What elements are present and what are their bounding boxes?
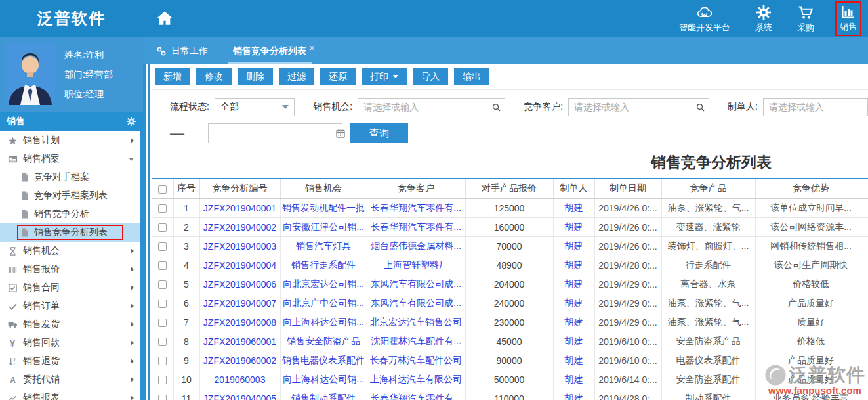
- topnav-item-dev-platform[interactable]: 智能开发平台: [675, 2, 734, 37]
- cell-analysis-no[interactable]: JZFX2019040001: [199, 198, 280, 217]
- sidebar-subitem-竞争对手档案[interactable]: 竞争对手档案: [0, 168, 140, 187]
- cell-opportunity[interactable]: 向上海科达公司销...: [280, 313, 367, 332]
- cell-competitor-customer[interactable]: 长春华翔汽车零件有...: [367, 198, 465, 217]
- yen-icon: ¥: [7, 338, 18, 348]
- topnav-item-system[interactable]: 系统: [751, 2, 776, 37]
- cell-analysis-no[interactable]: JZFX2019040002: [199, 217, 280, 236]
- cell-competitor-customer[interactable]: 长春华翔汽车零件有...: [367, 389, 465, 400]
- row-checkbox[interactable]: [158, 242, 167, 251]
- cell-creator[interactable]: 胡建: [553, 351, 594, 370]
- topnav-item-purchase[interactable]: 采购: [793, 2, 818, 37]
- select-all-checkbox[interactable]: [158, 185, 167, 194]
- calendar-icon[interactable]: [335, 128, 346, 139]
- close-icon[interactable]: ×: [309, 42, 315, 53]
- cell-analysis-no[interactable]: JZFX2019060002: [199, 351, 280, 370]
- home-icon[interactable]: [156, 10, 173, 27]
- process-state-select[interactable]: 全部: [215, 98, 295, 116]
- 打印-button[interactable]: 打印: [362, 68, 407, 85]
- cell-creator[interactable]: 胡建: [553, 370, 594, 389]
- row-checkbox[interactable]: [158, 319, 167, 327]
- cell-analysis-no[interactable]: JZFX2019040003: [199, 236, 280, 256]
- topnav-item-sales[interactable]: 销售: [835, 1, 861, 36]
- gear-icon[interactable]: [126, 116, 136, 127]
- row-checkbox[interactable]: [158, 204, 167, 213]
- row-checkbox[interactable]: [158, 223, 167, 232]
- 还原-button[interactable]: 还原: [320, 68, 356, 85]
- cell-creator[interactable]: 胡建: [553, 236, 594, 256]
- search-icon[interactable]: [692, 102, 709, 112]
- cell-analysis-no[interactable]: JZFX2019040006: [199, 275, 280, 294]
- cell-analysis-no[interactable]: JZFX2019040007: [199, 294, 280, 313]
- 导入-button[interactable]: 导入: [413, 68, 448, 85]
- cell-opportunity[interactable]: 销售行走系配件: [280, 256, 367, 275]
- cell-opportunity[interactable]: 销售安全防盗产品: [280, 332, 367, 351]
- cell-opportunity[interactable]: 向安徽江津公司销...: [280, 217, 367, 236]
- sidebar-subitem-销售竞争分析[interactable]: 销售竞争分析: [0, 205, 140, 223]
- tab-销售竞争分析列表[interactable]: 销售竞争分析列表×: [226, 45, 321, 64]
- sidebar-item-10[interactable]: 销售报表: [0, 389, 140, 400]
- query-button[interactable]: 查询: [350, 123, 408, 143]
- sidebar-item-4[interactable]: 销售合同: [0, 278, 140, 297]
- cell-opportunity[interactable]: 向北京宏达公司销...: [280, 275, 367, 294]
- row-checkbox[interactable]: [158, 395, 167, 400]
- cell-analysis-no[interactable]: JZFX2019060001: [199, 332, 280, 351]
- cell-competitor-customer[interactable]: 东风汽车有限公司成...: [367, 275, 465, 294]
- sidebar-item-6[interactable]: 销售发货: [0, 315, 140, 334]
- creator-label: 制单人:: [728, 101, 758, 113]
- sidebar-section-sales[interactable]: 销售: [0, 112, 143, 131]
- cell-opportunity[interactable]: 销售制动系配件: [280, 389, 367, 400]
- cell-competitor-customer[interactable]: 烟台盛伟德金属材料...: [367, 236, 465, 256]
- cell-analysis-no[interactable]: JZFX2019040005: [199, 389, 280, 400]
- cell-creator[interactable]: 胡建: [553, 217, 594, 236]
- cell-creator[interactable]: 胡建: [553, 256, 594, 275]
- search-icon[interactable]: [487, 102, 505, 112]
- row-checkbox[interactable]: [158, 300, 167, 308]
- sidebar-item-9[interactable]: A委托代销: [0, 370, 140, 389]
- sidebar-item-8[interactable]: 91销售退货: [0, 352, 140, 370]
- sidebar-item-1[interactable]: 销售档案: [0, 150, 140, 168]
- cell-opportunity[interactable]: 销售发动机配件一批: [280, 198, 367, 217]
- cell-creator[interactable]: 胡建: [553, 294, 594, 313]
- cell-opportunity[interactable]: 向北京广中公司销...: [280, 294, 367, 313]
- sidebar-subitem-竞争对手档案列表[interactable]: 竞争对手档案列表: [0, 187, 140, 205]
- cell-competitor-customer[interactable]: 沈阳霍林汽车配件有...: [367, 332, 465, 351]
- date-input[interactable]: [209, 124, 335, 143]
- cell-competitor-customer[interactable]: 上海科达汽车有限公司: [367, 370, 465, 389]
- cell-competitor-customer[interactable]: 长春华翔汽车零件有...: [367, 217, 465, 236]
- sales-opportunity-input[interactable]: [358, 99, 487, 116]
- 过滤-button[interactable]: 过滤: [279, 68, 314, 85]
- tab-日常工作[interactable]: 日常工作: [150, 45, 215, 64]
- cell-opportunity[interactable]: 销售电器仪表系配件: [280, 351, 367, 370]
- cell-competitor-customer[interactable]: 东风汽车有限公司成...: [367, 294, 465, 313]
- row-checkbox[interactable]: [158, 338, 167, 346]
- cell-analysis-no[interactable]: 2019060003: [199, 370, 280, 389]
- sidebar-item-3[interactable]: 销售报价: [0, 260, 140, 278]
- sidebar-subitem-销售竞争分析列表[interactable]: 销售竞争分析列表: [0, 223, 140, 242]
- 输出-button[interactable]: 输出: [454, 68, 489, 85]
- cell-opportunity[interactable]: 向上海科达公司销...: [280, 370, 367, 389]
- cell-analysis-no[interactable]: JZFX2019040004: [199, 256, 280, 275]
- sidebar-item-5[interactable]: 销售订单: [0, 297, 140, 315]
- 新增-button[interactable]: 新增: [155, 68, 190, 85]
- cell-competitor-customer[interactable]: 上海智轩塑料厂: [367, 256, 465, 275]
- cell-opportunity[interactable]: 销售汽车灯具: [280, 236, 367, 256]
- cell-creator[interactable]: 胡建: [553, 332, 594, 351]
- competitor-customer-input[interactable]: [569, 99, 692, 116]
- row-checkbox[interactable]: [158, 376, 167, 384]
- cell-creator[interactable]: 胡建: [553, 313, 594, 332]
- sidebar-item-0[interactable]: 销售计划: [0, 131, 140, 150]
- cell-competitor-customer[interactable]: 北京宏达汽车销售公司: [367, 313, 465, 332]
- cell-creator[interactable]: 胡建: [553, 389, 594, 400]
- sidebar-item-7[interactable]: ¥销售回款: [0, 334, 140, 352]
- 修改-button[interactable]: 修改: [196, 68, 232, 85]
- 删除-button[interactable]: 删除: [238, 68, 273, 85]
- row-checkbox[interactable]: [158, 261, 167, 270]
- creator-input[interactable]: [764, 99, 867, 116]
- cell-competitor-customer[interactable]: 长春万林汽车配件公司: [367, 351, 465, 370]
- row-checkbox[interactable]: [158, 357, 167, 365]
- row-checkbox[interactable]: [158, 280, 167, 289]
- cell-creator[interactable]: 胡建: [553, 275, 594, 294]
- cell-analysis-no[interactable]: JZFX2019040008: [199, 313, 280, 332]
- sidebar-item-2[interactable]: 销售机会: [0, 242, 140, 260]
- cell-creator[interactable]: 胡建: [553, 198, 594, 217]
